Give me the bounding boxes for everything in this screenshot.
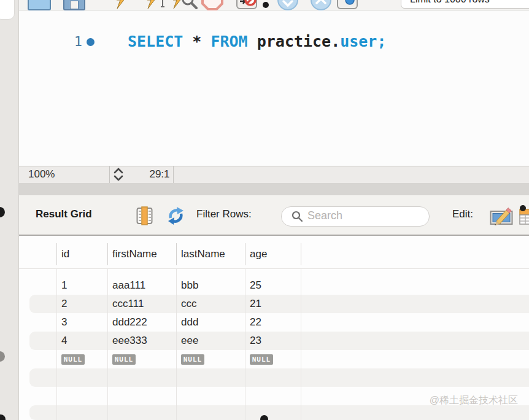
rollback-icon[interactable]: [311, 0, 331, 10]
cell-firstName[interactable]: aaa111: [112, 276, 145, 295]
column-header-age[interactable]: age: [250, 243, 267, 265]
sql-token: *: [183, 33, 210, 50]
sql-token: .: [331, 33, 340, 50]
sql-token: ;: [377, 33, 386, 50]
save-icon[interactable]: [63, 0, 85, 10]
left-edge-strip: [0, 0, 19, 420]
limit-rows-label: Limit to 1000 rows: [410, 0, 490, 5]
null-badge[interactable]: NULL: [181, 354, 204, 365]
artifact-dot: [260, 415, 268, 420]
watermark: @稀土掘金技术社区: [430, 394, 518, 407]
zoom-stepper[interactable]: [112, 167, 125, 182]
panel-divider-band: [18, 183, 529, 195]
cell-firstName[interactable]: ddd222: [112, 313, 147, 332]
column-divider: [176, 243, 177, 265]
result-grid-toolbar: Result Grid Filter Rows: Edit:: [18, 195, 529, 236]
null-badge[interactable]: NULL: [250, 354, 273, 365]
artifact-dot: [0, 351, 5, 362]
cell-id[interactable]: 3: [61, 313, 67, 332]
table-row: 1 aaa111 bbb 25: [18, 276, 529, 295]
statusbar-separator: [109, 166, 110, 183]
column-header-lastName[interactable]: lastName: [181, 243, 225, 265]
execute-icon[interactable]: [115, 0, 129, 9]
cell-lastName[interactable]: ccc: [181, 295, 197, 313]
cell-firstName[interactable]: eee333: [112, 332, 147, 350]
column-divider: [56, 243, 57, 265]
search-input[interactable]: [306, 209, 422, 223]
column-divider: [245, 243, 245, 265]
insert-record-icon[interactable]: [519, 205, 529, 226]
null-row: NULL NULL NULL NULL: [18, 350, 529, 368]
sql-token: SELECT: [128, 33, 183, 50]
cell-id[interactable]: 4: [61, 332, 67, 350]
editor-status-bar: 100% 29:1: [18, 166, 529, 184]
result-grid-title: Result Grid: [36, 208, 92, 220]
edit-label: Edit:: [452, 208, 473, 220]
mysql-workbench-window: Limit to 1000 rows ◇ 1 SELECT * FROM pra…: [0, 0, 529, 420]
caret-position: 29:1: [128, 168, 191, 181]
search-box: [281, 206, 430, 227]
sql-token: practice: [248, 33, 331, 50]
statement-dot-icon: [87, 38, 95, 46]
null-badge[interactable]: NULL: [112, 354, 136, 365]
sql-editor-toolbar: Limit to 1000 rows ◇: [18, 0, 529, 10]
null-badge[interactable]: NULL: [61, 354, 85, 365]
cell-age[interactable]: 21: [250, 295, 261, 313]
cell-lastName[interactable]: bbb: [181, 276, 198, 295]
table-row: 2 ccc111 ccc 21: [18, 295, 529, 313]
statusbar-separator: [173, 166, 174, 183]
header-border: [18, 268, 529, 269]
line-number: 1: [68, 34, 82, 49]
cell-age[interactable]: 22: [250, 313, 261, 332]
toolbar-dot: [263, 2, 269, 8]
sql-code-line: SELECT * FROM practice.user;: [128, 33, 387, 50]
commit-icon[interactable]: [277, 0, 298, 10]
cell-age[interactable]: 25: [250, 276, 261, 295]
cell-id[interactable]: 1: [61, 276, 67, 295]
cell-id[interactable]: 2: [61, 295, 67, 313]
stop-icon[interactable]: [201, 0, 223, 10]
refresh-icon[interactable]: [166, 206, 185, 225]
cell-firstName[interactable]: ccc111: [112, 295, 144, 313]
artifact-dot: [0, 207, 5, 217]
row-stripe: [29, 405, 529, 420]
result-grid-table: id firstName lastName age 1 aaa111 bbb 2…: [18, 236, 529, 420]
toggle-autocommit-icon[interactable]: [337, 0, 358, 9]
sql-token: user: [340, 33, 377, 50]
window-corner-pill: [0, 0, 15, 20]
form-editor-icon[interactable]: [136, 206, 153, 225]
sql-token: FROM: [210, 33, 247, 50]
table-row: 4 eee333 eee 23: [18, 332, 529, 350]
execute-current-statement-icon[interactable]: [147, 0, 166, 9]
column-divider: [301, 243, 301, 265]
toggle-stop-on-error-icon[interactable]: [236, 0, 257, 9]
filter-rows-label: Filter Rows:: [196, 208, 252, 220]
explain-plan-icon[interactable]: [173, 0, 198, 9]
column-header-id[interactable]: id: [61, 243, 69, 265]
cell-age[interactable]: 23: [250, 332, 261, 350]
search-icon: [292, 211, 303, 222]
column-divider: [107, 243, 108, 265]
row-stripe: [29, 368, 529, 387]
zoom-level: 100%: [28, 168, 55, 181]
cell-lastName[interactable]: ddd: [181, 313, 198, 332]
cell-lastName[interactable]: eee: [181, 332, 198, 350]
column-header-firstName[interactable]: firstName: [112, 243, 157, 265]
artifact-dot: [0, 414, 6, 420]
new-file-icon[interactable]: [28, 0, 51, 10]
edit-record-icon[interactable]: [490, 207, 513, 225]
limit-rows-dropdown[interactable]: Limit to 1000 rows ◇: [401, 0, 529, 9]
sql-editor[interactable]: 1 SELECT * FROM practice.user;: [18, 10, 529, 166]
table-row: 3 ddd222 ddd 22: [18, 313, 529, 332]
